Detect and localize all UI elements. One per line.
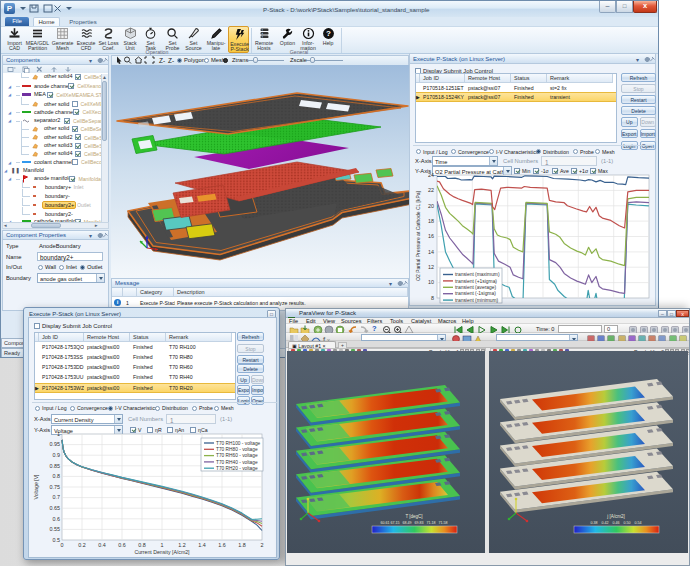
svg-text:0.55: 0.55: [50, 526, 61, 532]
svg-text:0.75: 0.75: [50, 484, 61, 490]
svg-text:14: 14: [428, 249, 434, 255]
svg-text:16: 16: [428, 233, 434, 239]
svg-text:60.61 67.15 68.49 69.83: 60.61 67.15 68.49 69.83 71.18 71.58: [381, 521, 448, 525]
svg-text:transient (maximum): transient (maximum): [455, 272, 500, 277]
svg-text:O2 Partial Pressure at Cathode: O2 Partial Pressure at Cathode CL [kPa]: [415, 190, 421, 280]
svg-text:0.8: 0.8: [53, 473, 61, 479]
svg-text:Z-: Z-: [159, 57, 165, 64]
svg-text:0.9: 0.9: [53, 452, 61, 458]
svg-text:10: 10: [428, 279, 434, 285]
svg-text:T [degC]: T [degC]: [405, 514, 422, 519]
svg-text:j [A/cm2]: j [A/cm2]: [606, 514, 625, 519]
svg-text:0.5: 0.5: [53, 537, 61, 543]
svg-text:?: ?: [326, 29, 331, 38]
svg-text:Current Density [A/cm2]: Current Density [A/cm2]: [134, 549, 190, 555]
svg-text:transient (minimum): transient (minimum): [455, 298, 499, 303]
svg-text:T70 RH100 - voltage: T70 RH100 - voltage: [216, 441, 261, 446]
svg-text:T70 RH40 - voltage: T70 RH40 - voltage: [216, 460, 258, 465]
svg-text:8: 8: [431, 295, 434, 301]
svg-text:0.38 0.42 0.46 0.50: 0.38 0.42 0.46 0.50 0.54: [591, 521, 642, 525]
svg-text:0.65: 0.65: [50, 505, 61, 511]
svg-text:1: 1: [57, 431, 60, 437]
svg-text:0.4: 0.4: [98, 542, 106, 548]
svg-text:1.4: 1.4: [198, 542, 206, 548]
svg-text:18: 18: [428, 218, 434, 224]
svg-text:0.95: 0.95: [50, 441, 61, 447]
svg-text:0.6: 0.6: [53, 516, 61, 522]
svg-text:transient (+1sigma): transient (+1sigma): [455, 279, 497, 284]
svg-text:transient (average): transient (average): [455, 285, 496, 290]
svg-text:T70 RH60 - voltage: T70 RH60 - voltage: [216, 453, 258, 458]
svg-text:T70 RH80 - voltage: T70 RH80 - voltage: [216, 447, 258, 452]
svg-text:0.85: 0.85: [50, 463, 61, 469]
svg-text:20: 20: [428, 203, 434, 209]
svg-text:1.2: 1.2: [178, 542, 186, 548]
svg-text:0.7: 0.7: [53, 494, 61, 500]
svg-text:1.8: 1.8: [238, 542, 246, 548]
svg-text:12: 12: [428, 264, 434, 270]
svg-text:22: 22: [428, 187, 434, 193]
svg-text:Voltage [V]: Voltage [V]: [33, 474, 39, 500]
svg-text:Z-: Z-: [168, 57, 174, 64]
svg-text:0.6: 0.6: [118, 542, 126, 548]
svg-text:T70 RH20 - voltage: T70 RH20 - voltage: [216, 466, 258, 471]
svg-text:0.2: 0.2: [78, 542, 86, 548]
svg-text:transient (-1sigma): transient (-1sigma): [455, 291, 496, 296]
svg-text:0: 0: [61, 542, 64, 548]
svg-text:1: 1: [161, 542, 164, 548]
svg-text:0.8: 0.8: [138, 542, 146, 548]
svg-text:1.6: 1.6: [218, 542, 226, 548]
svg-text:2: 2: [261, 542, 264, 548]
svg-text:24: 24: [428, 172, 434, 178]
